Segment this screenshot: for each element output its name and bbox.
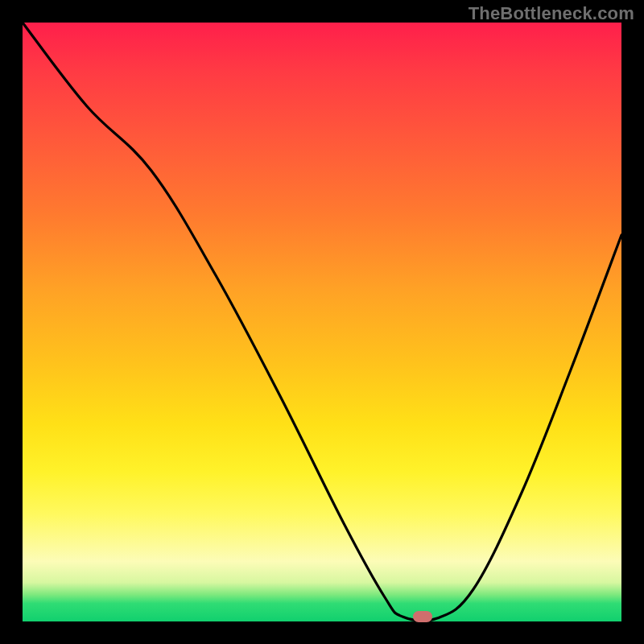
watermark-text: TheBottleneck.com	[469, 3, 634, 24]
bottleneck-curve	[23, 23, 621, 621]
curve-path	[23, 23, 621, 621]
optimal-marker	[413, 611, 432, 622]
chart-frame: TheBottleneck.com	[0, 0, 644, 644]
plot-area	[23, 23, 621, 621]
